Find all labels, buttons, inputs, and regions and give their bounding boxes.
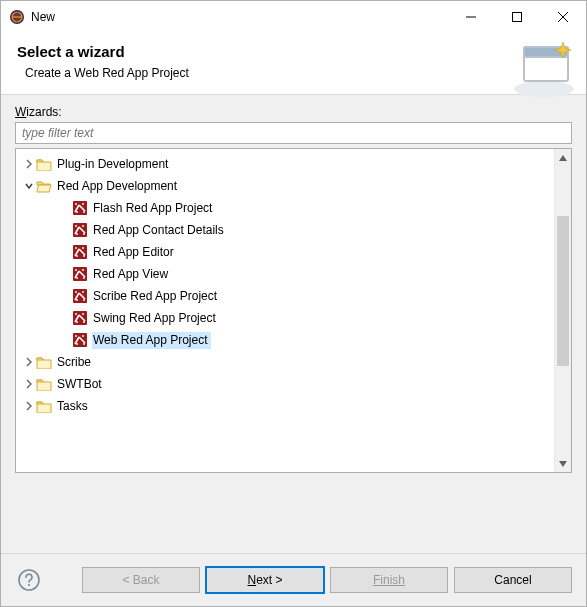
- tree-item[interactable]: Flash Red App Project: [16, 197, 554, 219]
- tree-item[interactable]: Plug-in Development: [16, 153, 554, 175]
- tree-container: Plug-in DevelopmentRed App DevelopmentFl…: [15, 148, 572, 473]
- tree-item[interactable]: Scribe Red App Project: [16, 285, 554, 307]
- finish-button: Finish: [330, 567, 448, 593]
- tree-item-label: Web Red App Project: [92, 332, 211, 349]
- back-button: < Back: [82, 567, 200, 593]
- tree-item-label: Flash Red App Project: [92, 200, 215, 217]
- wizards-label: Wizards:: [15, 105, 572, 119]
- redapp-icon: [72, 266, 88, 282]
- window-buttons: [448, 2, 586, 32]
- filter-input[interactable]: [15, 122, 572, 144]
- redapp-icon: [72, 222, 88, 238]
- tree-item[interactable]: Web Red App Project: [16, 329, 554, 351]
- twisty-none: [58, 311, 72, 325]
- svg-marker-11: [559, 155, 567, 161]
- redapp-icon: [72, 332, 88, 348]
- wizard-banner-icon: [510, 39, 578, 99]
- tree-item-label: Red App Contact Details: [92, 222, 227, 239]
- svg-point-7: [514, 81, 574, 97]
- chevron-right-icon[interactable]: [22, 377, 36, 391]
- next-button[interactable]: Next >: [206, 567, 324, 593]
- twisty-none: [58, 267, 72, 281]
- twisty-none: [58, 201, 72, 215]
- tree-item[interactable]: Tasks: [16, 395, 554, 417]
- scrollbar-down-icon[interactable]: [555, 455, 571, 472]
- chevron-down-icon[interactable]: [22, 179, 36, 193]
- header-description: Create a Web Red App Project: [25, 66, 570, 80]
- tree-item-label: Tasks: [56, 398, 91, 415]
- tree-item[interactable]: Red App View: [16, 263, 554, 285]
- titlebar: New: [1, 1, 586, 33]
- redapp-icon: [72, 288, 88, 304]
- maximize-button[interactable]: [494, 2, 540, 32]
- folder-icon: [36, 376, 52, 392]
- window-title: New: [31, 10, 448, 24]
- redapp-icon: [72, 244, 88, 260]
- tree-item-label: Plug-in Development: [56, 156, 171, 173]
- redapp-icon: [72, 310, 88, 326]
- dialog-window: New Select a wizard Create a Web Red App…: [0, 0, 587, 607]
- cancel-button[interactable]: Cancel: [454, 567, 572, 593]
- tree-item-label: Swing Red App Project: [92, 310, 219, 327]
- chevron-right-icon[interactable]: [22, 355, 36, 369]
- scrollbar-vertical[interactable]: [554, 149, 571, 472]
- twisty-none: [58, 245, 72, 259]
- tree-item[interactable]: SWTBot: [16, 373, 554, 395]
- twisty-none: [58, 223, 72, 237]
- redapp-icon: [72, 200, 88, 216]
- tree-item-label: SWTBot: [56, 376, 105, 393]
- help-button[interactable]: [15, 566, 43, 594]
- tree-item[interactable]: Red App Development: [16, 175, 554, 197]
- eclipse-icon: [9, 9, 25, 25]
- folder-icon: [36, 354, 52, 370]
- scrollbar-up-icon[interactable]: [555, 149, 571, 166]
- svg-marker-12: [559, 461, 567, 467]
- content-panel: Wizards: Plug-in DevelopmentRed App Deve…: [1, 95, 586, 553]
- chevron-right-icon[interactable]: [22, 399, 36, 413]
- tree-item[interactable]: Scribe: [16, 351, 554, 373]
- twisty-none: [58, 333, 72, 347]
- minimize-button[interactable]: [448, 2, 494, 32]
- tree-item-label: Red App View: [92, 266, 171, 283]
- tree-item[interactable]: Swing Red App Project: [16, 307, 554, 329]
- tree-item-label: Scribe: [56, 354, 94, 371]
- scrollbar-thumb[interactable]: [557, 216, 569, 366]
- tree-item[interactable]: Red App Editor: [16, 241, 554, 263]
- folder-icon: [36, 178, 52, 194]
- close-button[interactable]: [540, 2, 586, 32]
- folder-icon: [36, 156, 52, 172]
- twisty-none: [58, 289, 72, 303]
- svg-rect-4: [513, 13, 522, 22]
- tree-item-label: Scribe Red App Project: [92, 288, 220, 305]
- button-bar: < Back Next > Finish Cancel: [1, 553, 586, 606]
- header-title: Select a wizard: [17, 43, 570, 60]
- header-panel: Select a wizard Create a Web Red App Pro…: [1, 33, 586, 95]
- tree-item-label: Red App Development: [56, 178, 180, 195]
- folder-icon: [36, 398, 52, 414]
- chevron-right-icon[interactable]: [22, 157, 36, 171]
- tree-item-label: Red App Editor: [92, 244, 177, 261]
- svg-point-14: [28, 584, 30, 586]
- tree-item[interactable]: Red App Contact Details: [16, 219, 554, 241]
- wizard-tree[interactable]: Plug-in DevelopmentRed App DevelopmentFl…: [16, 149, 554, 472]
